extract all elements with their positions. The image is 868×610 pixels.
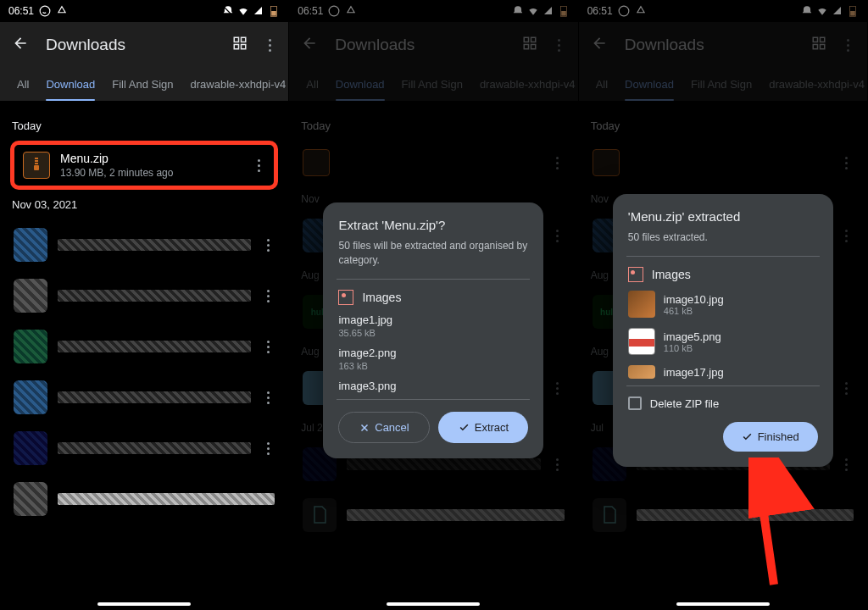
svg-rect-6	[235, 45, 239, 49]
file-more-icon[interactable]	[261, 341, 275, 353]
extract-file-size: 35.65 kB	[338, 328, 528, 338]
image-category-icon	[628, 267, 643, 282]
finished-label: Finished	[758, 430, 799, 443]
list-item[interactable]	[10, 219, 278, 270]
check-icon	[459, 422, 470, 433]
zip-icon	[23, 152, 50, 179]
check-icon	[742, 431, 753, 442]
category-label: Images	[652, 268, 691, 281]
svg-rect-10	[35, 163, 38, 164]
result-item: image17.jpg	[628, 365, 818, 379]
home-indicator[interactable]	[676, 602, 770, 606]
extract-file-size: 163 kB	[338, 361, 528, 371]
svg-rect-9	[35, 160, 38, 162]
app-bar: Downloads	[0, 22, 288, 68]
result-item: image5.png110 kB	[628, 328, 818, 355]
result-file-name: image10.jpg	[664, 293, 724, 306]
svg-point-0	[40, 6, 50, 16]
thumbnail	[628, 328, 655, 355]
delete-zip-label: Delete ZIP file	[650, 397, 719, 410]
signal-icon	[253, 5, 264, 17]
file-more-icon[interactable]	[261, 391, 275, 404]
screenshot-1: 06:51 Downloads All Download Fill And Si…	[0, 0, 289, 610]
cancel-label: Cancel	[375, 421, 409, 434]
extract-dialog: Extract 'Menu.zip'? 50 files will be ext…	[323, 202, 543, 459]
list-item[interactable]	[10, 423, 278, 474]
extract-file-name: image2.png	[338, 347, 528, 359]
page-title: Downloads	[46, 36, 215, 54]
close-icon	[359, 423, 370, 433]
section-today: Today	[12, 119, 278, 132]
home-indicator[interactable]	[97, 602, 191, 606]
drive-icon	[56, 5, 68, 17]
delete-zip-checkbox-row[interactable]: Delete ZIP file	[628, 396, 818, 410]
file-more-icon[interactable]	[261, 239, 275, 252]
extract-label: Extract	[475, 421, 509, 434]
extract-file-name: image3.png	[338, 380, 528, 392]
result-item: image10.jpg461 kB	[628, 291, 818, 318]
result-file-size: 110 kB	[664, 343, 721, 353]
cancel-button[interactable]: Cancel	[338, 412, 430, 443]
dialog-overlay: 'Menu.zip' extracted 50 files extracted.…	[579, 0, 867, 610]
status-bar: 06:51	[0, 0, 288, 22]
file-more-icon[interactable]	[261, 442, 275, 455]
list-item[interactable]	[10, 270, 278, 321]
whatsapp-icon	[39, 5, 51, 17]
extracted-dialog: 'Menu.zip' extracted 50 files extracted.…	[613, 194, 833, 468]
divider	[337, 279, 530, 280]
checkbox-icon[interactable]	[628, 396, 642, 410]
result-file-size: 461 kB	[664, 306, 724, 316]
file-list: Today Menu.zip 13.90 MB, 2 minutes ago N…	[0, 101, 288, 536]
more-icon[interactable]	[263, 39, 276, 52]
result-file-name: image17.jpg	[664, 366, 724, 379]
tab-all[interactable]: All	[8, 68, 37, 101]
divider	[337, 399, 530, 400]
tab-fill-sign[interactable]: Fill And Sign	[103, 68, 181, 101]
screenshot-2: 06:51 Downloads All Download Fill And Si…	[289, 0, 578, 610]
tab-drawable[interactable]: drawable-xxhdpi-v4	[182, 68, 289, 101]
thumbnail	[628, 291, 655, 318]
image-category-icon	[338, 290, 353, 305]
category-label: Images	[362, 291, 401, 304]
dialog-title: 'Menu.zip' extracted	[628, 209, 818, 224]
back-icon[interactable]	[12, 35, 29, 55]
thumbnail	[628, 365, 655, 379]
svg-rect-8	[35, 158, 38, 159]
dialog-title: Extract 'Menu.zip'?	[338, 218, 528, 232]
svg-rect-11	[34, 165, 39, 170]
section-nov: Nov 03, 2021	[12, 198, 278, 211]
svg-rect-7	[242, 45, 246, 49]
home-indicator[interactable]	[387, 602, 480, 606]
file-more-icon[interactable]	[261, 290, 275, 302]
file-item-menu-zip[interactable]: Menu.zip 13.90 MB, 2 minutes ago	[10, 141, 278, 190]
divider	[626, 256, 820, 257]
file-more-icon[interactable]	[252, 159, 265, 172]
finished-button[interactable]: Finished	[723, 422, 818, 452]
dialog-overlay: Extract 'Menu.zip'? 50 files will be ext…	[289, 0, 577, 610]
file-name: Menu.zip	[60, 152, 242, 165]
screenshot-3: 06:51 Downloads All Download Fill And Si…	[579, 0, 868, 610]
svg-rect-4	[235, 37, 239, 42]
grid-view-icon[interactable]	[232, 36, 248, 54]
dnd-icon	[222, 5, 234, 17]
svg-rect-5	[242, 37, 246, 42]
list-item[interactable]	[10, 321, 278, 372]
status-time: 06:51	[8, 5, 34, 17]
svg-rect-3	[272, 11, 277, 16]
tabs: All Download Fill And Sign drawable-xxhd…	[0, 68, 288, 101]
result-file-name: image5.png	[664, 330, 721, 343]
list-item[interactable]	[10, 372, 278, 423]
list-item[interactable]	[10, 474, 278, 524]
tab-download[interactable]: Download	[37, 68, 103, 101]
wifi-icon	[237, 5, 249, 17]
dialog-description: 50 files extracted.	[628, 230, 818, 245]
dialog-description: 50 files will be extracted and organised…	[338, 239, 528, 268]
battery-icon	[268, 5, 280, 17]
extract-button[interactable]: Extract	[438, 412, 528, 443]
extract-file-name: image1.jpg	[338, 313, 528, 326]
divider	[626, 385, 820, 386]
file-meta: 13.90 MB, 2 minutes ago	[60, 167, 242, 179]
